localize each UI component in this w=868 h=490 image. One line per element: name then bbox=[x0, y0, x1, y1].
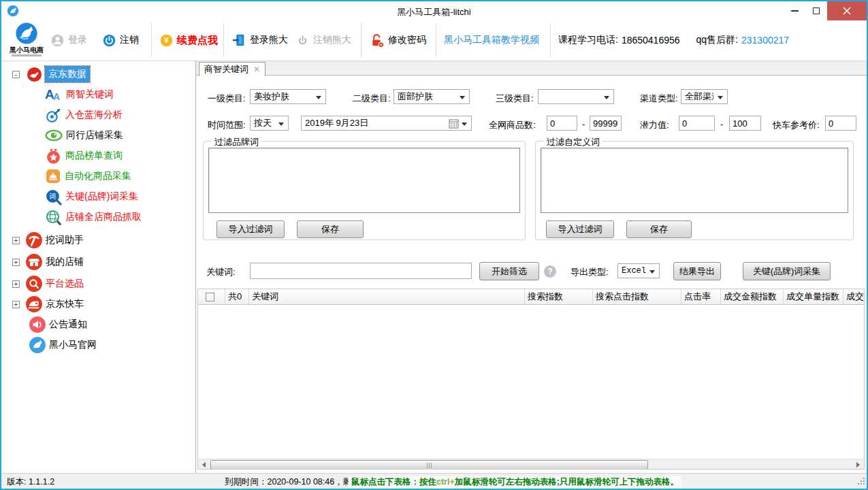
phone-label: 课程学习电话: bbox=[558, 34, 618, 46]
brand-save-button[interactable]: 保存 bbox=[297, 220, 364, 238]
medal-star-icon bbox=[45, 148, 62, 165]
expand-expander-icon[interactable]: + bbox=[12, 301, 20, 308]
logout-button[interactable]: 注销 bbox=[102, 20, 139, 60]
sidebar-item-word-dig-helper[interactable]: + 挖词助手 bbox=[1, 230, 84, 250]
product-count-max-input[interactable] bbox=[590, 116, 622, 131]
cat1-select[interactable]: 美妆护肤 bbox=[250, 89, 326, 104]
custom-import-filter-button[interactable]: 导入过滤词 bbox=[546, 220, 614, 238]
custom-save-button[interactable]: 保存 bbox=[626, 220, 692, 238]
minimize-button[interactable] bbox=[784, 1, 805, 20]
sidebar-item-jd-express[interactable]: + 京东快车 bbox=[1, 294, 84, 314]
keyword-brand-collect-button[interactable]: 关键(品牌)词采集 bbox=[743, 262, 831, 280]
close-button[interactable] bbox=[827, 1, 867, 20]
logout-xiongda-button[interactable]: 注销熊大 bbox=[295, 20, 351, 60]
target-arrow-icon bbox=[45, 107, 62, 124]
sidebar-item-shangzhi-keywords[interactable]: A A 商智关键词 bbox=[1, 84, 114, 105]
sidebar-item-jd-data[interactable]: - 京东数据 bbox=[1, 64, 90, 84]
scrollbar-thumb[interactable] bbox=[210, 460, 648, 470]
column-header-click-rate[interactable]: 点击率 bbox=[681, 289, 721, 304]
speaker-icon bbox=[29, 316, 46, 333]
change-password-button[interactable]: 修改密码 bbox=[369, 20, 426, 60]
cat3-select[interactable] bbox=[538, 89, 614, 104]
sidebar-item-official-site[interactable]: 黑小马官网 bbox=[1, 335, 97, 355]
scrollbar-track[interactable] bbox=[210, 459, 852, 470]
tab-shangzhi-keywords[interactable]: 商智关键词 ✕ bbox=[199, 62, 266, 76]
cat2-select[interactable]: 面部护肤 bbox=[393, 89, 470, 104]
scroll-left-button[interactable] bbox=[198, 459, 210, 470]
sidebar-item-auto-product-collect[interactable]: 自动化商品采集 bbox=[1, 166, 131, 186]
sidebar-item-product-ranking[interactable]: 商品榜单查询 bbox=[1, 146, 123, 166]
expand-expander-icon[interactable]: + bbox=[12, 280, 20, 288]
chevron-down-icon bbox=[278, 122, 284, 126]
brand-filter-textarea[interactable] bbox=[208, 148, 520, 213]
results-grid: 共0 关键词 搜索指数 搜索点击指数 点击率 成交金额指数 成交单量指数 成交转… bbox=[197, 289, 865, 470]
select-all-checkbox[interactable] bbox=[206, 293, 214, 301]
scroll-right-button[interactable] bbox=[852, 459, 864, 470]
sidebar-item-announcements[interactable]: 公告通知 bbox=[1, 314, 87, 335]
collapse-expander-icon[interactable]: - bbox=[12, 71, 20, 78]
login-button[interactable]: 登录 bbox=[50, 20, 87, 60]
brand-import-filter-button[interactable]: 导入过滤词 bbox=[216, 220, 285, 238]
column-header-search-index[interactable]: 搜索指数 bbox=[525, 289, 593, 304]
sidebar-item-platform-select[interactable]: + 平台选品 bbox=[1, 274, 84, 294]
qq-group-number-link[interactable]: 231300217 bbox=[741, 35, 789, 46]
tutorial-video-link[interactable]: 黑小马工具箱教学视频 bbox=[444, 20, 539, 60]
word-magnifier-icon: 词 bbox=[45, 189, 62, 206]
column-header-conversion-rate[interactable]: 成交转化率 bbox=[843, 289, 864, 304]
chevron-down-icon bbox=[462, 122, 467, 126]
maximize-button[interactable] bbox=[805, 1, 827, 20]
arrow-left-icon bbox=[202, 462, 206, 468]
sidebar-item-shop-all-product-grab[interactable]: 店铺全店商品抓取 bbox=[1, 207, 142, 227]
yuan-icon: ¥ bbox=[159, 33, 174, 48]
version-text: 版本: 1.1.1.2 bbox=[7, 476, 54, 488]
chevron-down-icon bbox=[316, 96, 321, 99]
chevron-down-icon bbox=[604, 96, 609, 99]
minimize-icon bbox=[791, 10, 799, 12]
column-header-search-click-index[interactable]: 搜索点击指数 bbox=[593, 289, 681, 304]
channel-type-select[interactable]: 全部渠道 bbox=[681, 89, 728, 104]
sidebar-item-keyword-brand-collect[interactable]: 词 关键(品牌)词采集 bbox=[1, 186, 138, 207]
custom-filter-textarea[interactable] bbox=[541, 148, 848, 213]
person-icon bbox=[50, 33, 65, 48]
magnifier-icon bbox=[25, 275, 43, 293]
resize-grip[interactable] bbox=[856, 476, 866, 488]
range-dash: - bbox=[720, 119, 723, 129]
power-gray-icon bbox=[295, 33, 310, 48]
sidebar-item-my-shop[interactable]: + 我的店铺 bbox=[1, 252, 84, 272]
column-header-keyword[interactable]: 关键词 bbox=[249, 289, 525, 304]
potential-label: 潜力值: bbox=[640, 119, 669, 131]
sidebar-item-label: 关键(品牌)词采集 bbox=[65, 191, 138, 203]
brand-filter-title: 过滤品牌词 bbox=[212, 136, 261, 148]
help-icon[interactable]: ? bbox=[544, 265, 556, 278]
potential-max-input[interactable] bbox=[729, 116, 761, 131]
start-filter-button[interactable]: 开始筛选 bbox=[479, 262, 539, 280]
potential-min-input[interactable] bbox=[679, 116, 715, 131]
expand-expander-icon[interactable]: + bbox=[12, 237, 20, 244]
login-xiongda-button[interactable]: 登录熊大 bbox=[231, 20, 288, 60]
eye-icon bbox=[45, 127, 63, 144]
column-header-order-index[interactable]: 成交单量指数 bbox=[784, 289, 843, 304]
column-header-gmv-index[interactable]: 成交金额指数 bbox=[721, 289, 784, 304]
sidebar-item-label: 黑小马官网 bbox=[49, 339, 97, 351]
tab-label: 商智关键词 bbox=[204, 63, 248, 76]
date-picker[interactable]: 2019年 9月23日 bbox=[301, 116, 472, 131]
keyword-input[interactable] bbox=[250, 263, 472, 279]
product-count-min-input[interactable] bbox=[547, 116, 577, 131]
tab-close-icon[interactable]: ✕ bbox=[253, 65, 260, 74]
expand-expander-icon[interactable]: + bbox=[12, 259, 20, 266]
export-type-select[interactable]: Excel bbox=[617, 263, 660, 278]
express-price-input[interactable] bbox=[825, 116, 856, 131]
sidebar-item-peer-shop-collect[interactable]: 同行店铺采集 bbox=[1, 125, 123, 146]
sidebar-item-label: 挖词助手 bbox=[46, 234, 84, 246]
sidebar-item-label: 同行店铺采集 bbox=[66, 129, 123, 142]
row-count-header: 共0 bbox=[225, 289, 249, 304]
toolbar-separator bbox=[151, 23, 152, 57]
renew-button[interactable]: ¥ 续费点我 bbox=[159, 20, 218, 60]
time-mode-select[interactable]: 按天 bbox=[250, 116, 289, 131]
sidebar-item-rucang-analysis[interactable]: 入仓蓝海分析 bbox=[1, 105, 123, 125]
svg-text:词: 词 bbox=[49, 193, 57, 200]
export-result-button[interactable]: 结果导出 bbox=[673, 262, 721, 280]
globe-magnifier-icon bbox=[45, 209, 62, 226]
close-icon bbox=[843, 7, 851, 15]
keyword-label: 关键词: bbox=[206, 266, 236, 278]
